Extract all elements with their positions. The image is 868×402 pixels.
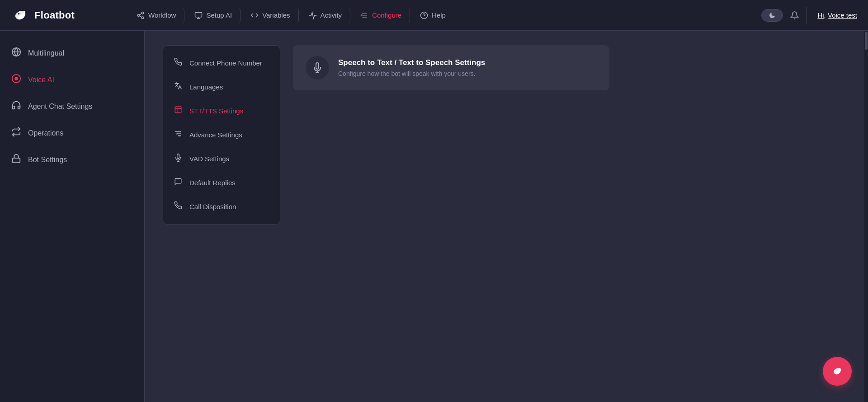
svg-point-3 (137, 14, 140, 16)
info-card-title: Speech to Text / Text to Speech Settings (338, 58, 485, 67)
configure-icon (360, 11, 368, 19)
submenu-default-replies[interactable]: Default Replies (163, 171, 280, 195)
brand-name: Floatbot (34, 9, 75, 21)
submenu-vad-settings[interactable]: VAD Settings (163, 147, 280, 171)
greeting-text: Hi, Voice test (814, 11, 857, 19)
submenu-languages[interactable]: Languages (163, 75, 280, 99)
svg-point-4 (142, 17, 144, 19)
nav-item-setup-ai[interactable]: Setup AI (186, 8, 241, 23)
default-replies-icon (173, 178, 183, 188)
sidebar-bot-settings-label: Bot Settings (28, 156, 67, 164)
nav-activity-label: Activity (321, 11, 342, 19)
help-icon (420, 11, 428, 19)
submenu-connect-phone[interactable]: Connect Phone Number (163, 51, 280, 75)
info-card-description: Configure how the bot will speak with yo… (338, 70, 485, 77)
nav-item-variables[interactable]: Variables (242, 8, 298, 23)
svg-line-6 (139, 13, 142, 14)
svg-point-2 (142, 12, 144, 14)
stt-tts-info-card: Speech to Text / Text to Speech Settings… (293, 45, 609, 90)
svg-line-5 (139, 16, 142, 17)
nav-workflow-label: Workflow (148, 11, 176, 19)
nav-help-label: Help (432, 11, 446, 19)
main-layout: Multilingual Voice AI Agent Chat Setting… (0, 31, 868, 402)
scrollbar-thumb[interactable] (865, 32, 868, 50)
microphone-icon (312, 62, 323, 73)
bell-icon (790, 11, 799, 20)
nav-item-help[interactable]: Help (412, 8, 454, 23)
setup-ai-icon (194, 11, 203, 19)
nav-configure-label: Configure (372, 11, 401, 19)
logo-area: Floatbot (11, 6, 128, 25)
operations-icon (11, 127, 22, 139)
phone-icon (173, 58, 183, 68)
info-card-text: Speech to Text / Text to Speech Settings… (338, 58, 485, 77)
nav-links: Workflow Setup AI Variables Activity (128, 8, 761, 23)
main-content: Connect Phone Number Languages (145, 31, 868, 402)
advance-settings-icon (173, 130, 183, 140)
svg-rect-21 (175, 107, 181, 113)
call-disposition-icon (173, 201, 183, 212)
svg-point-19 (15, 77, 18, 80)
svg-rect-20 (13, 158, 20, 163)
variables-icon (250, 11, 259, 19)
submenu-default-replies-label: Default Replies (189, 179, 236, 187)
nav-item-configure[interactable]: Configure (352, 8, 410, 23)
sidebar-item-voice-ai[interactable]: Voice AI (0, 66, 144, 93)
submenu-connect-phone-label: Connect Phone Number (189, 59, 262, 67)
sidebar-item-multilingual[interactable]: Multilingual (0, 40, 144, 66)
activity-icon (309, 11, 317, 19)
submenu-call-disposition-label: Call Disposition (189, 203, 236, 210)
submenu-stt-tts[interactable]: STT/TTS Settings (163, 99, 280, 123)
moon-icon (769, 12, 776, 19)
nav-item-activity[interactable]: Activity (301, 8, 351, 23)
fab-button[interactable] (823, 357, 852, 386)
multilingual-icon (11, 47, 22, 59)
bot-settings-icon (11, 154, 22, 166)
fab-bird-icon (830, 365, 844, 378)
username-link[interactable]: Voice test (828, 11, 857, 19)
scrollbar-track (864, 31, 868, 402)
nav-item-workflow[interactable]: Workflow (128, 8, 184, 23)
workflow-icon (137, 11, 145, 19)
content-area: Speech to Text / Text to Speech Settings… (293, 45, 850, 90)
sidebar-agent-chat-label: Agent Chat Settings (28, 103, 92, 111)
languages-icon (173, 82, 183, 92)
sidebar-item-operations[interactable]: Operations (0, 120, 144, 146)
svg-point-29 (179, 135, 180, 136)
theme-toggle[interactable] (761, 9, 783, 22)
sidebar: Multilingual Voice AI Agent Chat Setting… (0, 31, 145, 402)
sidebar-item-agent-chat[interactable]: Agent Chat Settings (0, 93, 144, 120)
logo-icon (11, 6, 30, 25)
svg-rect-7 (195, 12, 202, 17)
submenu-panel: Connect Phone Number Languages (163, 45, 280, 224)
notifications-bell[interactable] (790, 7, 807, 23)
submenu-vad-label: VAD Settings (189, 155, 229, 163)
svg-point-28 (176, 133, 178, 135)
sidebar-voice-ai-label: Voice AI (28, 76, 54, 84)
stt-tts-icon (173, 106, 183, 116)
sidebar-item-bot-settings[interactable]: Bot Settings (0, 146, 144, 173)
submenu-languages-label: Languages (189, 83, 223, 91)
submenu-call-disposition[interactable]: Call Disposition (163, 195, 280, 219)
voice-ai-icon (11, 74, 22, 86)
agent-chat-icon (11, 100, 22, 112)
vad-icon (173, 154, 183, 164)
submenu-advance-settings[interactable]: Advance Settings (163, 123, 280, 147)
nav-right: Hi, Voice test (761, 7, 857, 23)
topnav: Floatbot Workflow Setup AI Variables (0, 0, 868, 31)
svg-point-13 (361, 14, 363, 16)
mic-icon-container (306, 56, 329, 79)
sidebar-operations-label: Operations (28, 129, 63, 137)
nav-setup-ai-label: Setup AI (206, 11, 232, 19)
sidebar-multilingual-label: Multilingual (28, 49, 64, 57)
svg-point-1 (18, 13, 20, 14)
submenu-stt-tts-label: STT/TTS Settings (189, 107, 243, 115)
nav-variables-label: Variables (262, 11, 290, 19)
submenu-advance-settings-label: Advance Settings (189, 131, 242, 139)
